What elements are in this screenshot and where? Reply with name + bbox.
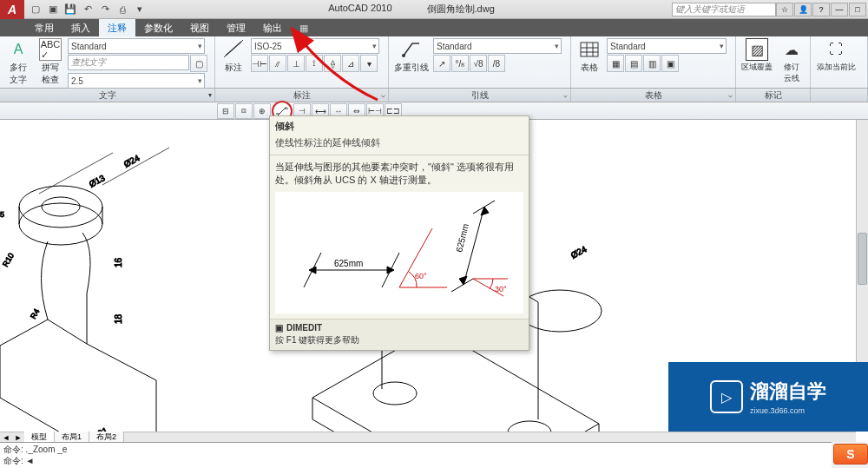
- wipeout-button[interactable]: ▨ 区域覆盖: [740, 38, 774, 73]
- svg-point-9: [19, 186, 102, 227]
- tooltip-dimedit: 倾斜 使线性标注的延伸线倾斜 当延伸线与图形的其他要素冲突时，"倾斜" 选项将很…: [269, 115, 529, 351]
- app-logo-icon[interactable]: A: [0, 0, 24, 19]
- comm-icon[interactable]: 👤: [794, 3, 812, 16]
- dim-tool-6[interactable]: ⊿: [342, 55, 359, 72]
- dim-tool-more-icon[interactable]: ▾: [360, 55, 378, 72]
- svg-text:60°: 60°: [415, 272, 427, 280]
- tab-view[interactable]: 视图: [181, 19, 218, 36]
- find-go-icon[interactable]: ▢: [190, 55, 207, 72]
- wipeout-icon: ▨: [746, 38, 768, 61]
- tab-home[interactable]: 常用: [26, 19, 62, 36]
- dim-tool-4[interactable]: ⟟: [306, 55, 323, 72]
- scroll-left-icon[interactable]: ◄: [0, 433, 12, 442]
- svg-point-10: [42, 197, 80, 216]
- svg-text:Ø24: Ø24: [569, 244, 589, 260]
- dimension-button[interactable]: 标注: [219, 38, 248, 74]
- panel-label-leader[interactable]: 引线⌵: [389, 89, 571, 102]
- dimbreak-icon[interactable]: ⧈: [235, 103, 253, 119]
- tab-parametric[interactable]: 参数化: [135, 19, 181, 36]
- leader-tool-4[interactable]: /8: [488, 55, 505, 72]
- scroll-right-icon[interactable]: ►: [12, 433, 24, 442]
- dimtol-icon[interactable]: ⊕: [253, 103, 271, 119]
- watermark-badge: ▷ 溜溜自学 zixue.3d66.com: [668, 362, 868, 432]
- annoscale-button[interactable]: ⛶ 添加当前比: [814, 38, 858, 73]
- dim-tool-2[interactable]: ⫽: [269, 55, 286, 72]
- dimension-icon: [222, 38, 245, 61]
- text-style-combo[interactable]: Standard: [68, 38, 205, 54]
- print-icon[interactable]: ⎙: [115, 2, 130, 17]
- scroll-thumb[interactable]: [858, 233, 867, 285]
- tab-annotate[interactable]: 注释: [99, 19, 135, 36]
- svg-line-0: [226, 42, 241, 56]
- find-text-input[interactable]: 查找文字: [68, 55, 189, 70]
- panel-label-text[interactable]: 文字▾: [0, 89, 215, 102]
- horizontal-scrollbar[interactable]: ◄ ► 模型 布局1 布局2: [0, 432, 856, 442]
- mleader-button[interactable]: 多重引线: [392, 38, 431, 74]
- dimspace-icon[interactable]: ⊟: [217, 103, 234, 119]
- save-icon[interactable]: 💾: [62, 2, 78, 17]
- dim-tool-5[interactable]: ⟠: [324, 55, 341, 72]
- svg-text:30°: 30°: [495, 285, 507, 293]
- ribbon-group-text: A 多行 文字 ABC✓ 拼写 检查 Standard 查找文字 ▢ 2.5: [0, 36, 215, 88]
- spellcheck-icon: ABC✓: [39, 38, 62, 61]
- help-icon[interactable]: ?: [812, 3, 830, 16]
- panel-label-markup[interactable]: 标记: [736, 89, 811, 102]
- table-tool-3[interactable]: ▥: [643, 55, 661, 72]
- tab-manage[interactable]: 管理: [218, 19, 254, 36]
- svg-text:625mm: 625mm: [454, 222, 470, 253]
- redo-icon[interactable]: ↷: [97, 2, 113, 17]
- qat-dropdown-icon[interactable]: ▾: [132, 2, 148, 17]
- ribbon-group-table: 表格 Standard ▦ ▤ ▥ ▣: [571, 36, 736, 88]
- spellcheck-button[interactable]: ABC✓ 拼写 检查: [36, 38, 65, 86]
- maximize-button[interactable]: □: [849, 3, 866, 16]
- table-tool-2[interactable]: ▤: [625, 55, 642, 72]
- panel-label-annoscale: [811, 89, 868, 102]
- svg-text:5: 5: [0, 210, 4, 219]
- tab-output[interactable]: 输出: [254, 19, 291, 36]
- minimize-button[interactable]: —: [831, 3, 848, 16]
- tab-insert[interactable]: 插入: [62, 19, 99, 36]
- mtext-button[interactable]: A 多行 文字: [3, 38, 33, 86]
- new-icon[interactable]: ▢: [28, 2, 43, 17]
- ribbon-group-dimension: 标注 ISO-25 ⊣⊢ ⫽ ⊥ ⟟ ⟠ ⊿ ▾: [215, 36, 389, 88]
- svg-text:Ø13: Ø13: [88, 173, 107, 189]
- command-icon: ▣: [275, 323, 283, 333]
- svg-point-22: [373, 382, 417, 405]
- mtext-icon: A: [7, 38, 30, 61]
- svg-point-11: [19, 203, 102, 245]
- revcloud-button[interactable]: ☁ 修订 云线: [777, 38, 806, 84]
- dim-tool-3[interactable]: ⊥: [287, 55, 305, 72]
- table-tool-4[interactable]: ▣: [661, 55, 679, 72]
- command-prompt: 命令: ◄: [3, 455, 828, 466]
- panel-label-dim[interactable]: 标注⌵: [215, 89, 389, 102]
- leader-tool-3[interactable]: √8: [470, 55, 487, 72]
- command-line[interactable]: 命令: ._Zoom _e 命令: ◄: [0, 442, 832, 468]
- table-button[interactable]: 表格: [575, 38, 604, 74]
- svg-line-35: [464, 207, 484, 285]
- table-style-combo[interactable]: Standard: [607, 38, 727, 54]
- table-tool-1[interactable]: ▦: [607, 55, 624, 72]
- command-history: 命令: ._Zoom _e: [3, 444, 828, 455]
- tab-extra-icon[interactable]: ▦: [291, 19, 317, 36]
- ribbon-group-markup: ▨ 区域覆盖 ☁ 修订 云线: [736, 36, 811, 88]
- play-icon: ▷: [710, 380, 743, 413]
- document-title: 倒圆角绘制.dwg: [427, 3, 495, 16]
- dim-tool-1[interactable]: ⊣⊢: [251, 55, 268, 72]
- sogou-ime-icon[interactable]: S: [833, 444, 868, 465]
- leader-tool-1[interactable]: ↗: [433, 55, 450, 72]
- help-search-input[interactable]: 键入关键字或短语: [672, 3, 776, 16]
- leader-style-combo[interactable]: Standard: [433, 38, 562, 54]
- panel-label-table[interactable]: 表格⌵: [571, 89, 736, 102]
- svg-point-3: [402, 54, 405, 57]
- open-icon[interactable]: ▣: [45, 2, 61, 17]
- svg-line-1: [224, 54, 227, 57]
- leader-tool-2[interactable]: °/₈: [451, 55, 469, 72]
- app-title: AutoCAD 2010: [328, 3, 391, 16]
- infocenter-icon[interactable]: ☆: [776, 3, 793, 16]
- ribbon-tabs: 常用 插入 注释 参数化 视图 管理 输出 ▦: [0, 19, 868, 36]
- text-height-combo[interactable]: 2.5: [68, 73, 205, 89]
- dim-style-combo[interactable]: ISO-25: [251, 38, 379, 54]
- mleader-icon: [400, 38, 423, 61]
- svg-text:Ø24: Ø24: [122, 153, 141, 169]
- undo-icon[interactable]: ↶: [80, 2, 95, 17]
